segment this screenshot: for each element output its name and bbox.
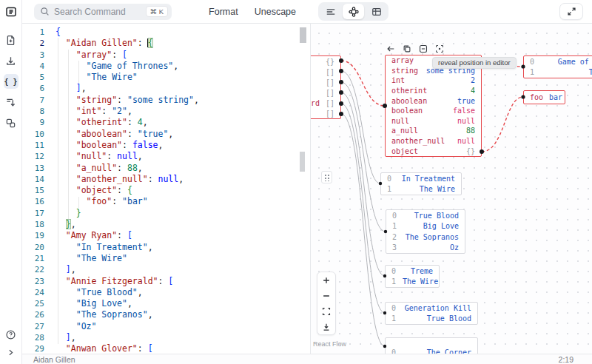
fit-view-icon[interactable] — [317, 303, 335, 319]
zoom-in-icon[interactable] — [317, 272, 335, 288]
zoom-controls — [317, 272, 336, 335]
editor-line[interactable]: 23 "Annie Fitzgerald": [ — [22, 276, 310, 287]
line-number: 5 — [22, 72, 44, 83]
drag-dots-icon — [324, 174, 329, 181]
line-number: 23 — [22, 276, 44, 287]
back-arrow-icon[interactable] — [386, 44, 396, 54]
node-row: 1The Wire — [386, 277, 439, 288]
graph-view-icon[interactable] — [343, 4, 364, 19]
node-row: booleanfalse — [386, 106, 481, 116]
editor-line[interactable]: 10 "aboolean": "true", — [22, 129, 310, 140]
code-editor[interactable]: 1{2 "Aidan Gillen": {3 "array": [4 "Game… — [22, 24, 311, 354]
line-number: 24 — [22, 287, 44, 298]
graph-node-alexander-skarsgard[interactable]: 0Generation Kill1True Blood — [385, 302, 478, 325]
unescape-button[interactable]: Unescape — [255, 7, 296, 17]
search-input[interactable]: Search Command ⌘ K — [34, 4, 172, 20]
expand-icon — [567, 7, 576, 16]
panel-resize-handle[interactable] — [321, 171, 332, 183]
editor-line[interactable]: 7 "string": "some string", — [22, 95, 310, 106]
editor-line[interactable]: 1{ — [22, 27, 310, 38]
editor-line[interactable]: 16 "foo": "bar" — [22, 196, 310, 207]
editor-scrollbar-thumb[interactable] — [300, 27, 306, 43]
app-logo-icon — [4, 4, 18, 19]
editor-line[interactable]: 21 "The Wire" — [22, 253, 310, 264]
react-flow-attribution[interactable]: React Flow — [313, 340, 346, 348]
collapse-node-icon[interactable] — [418, 44, 428, 54]
editor-line[interactable]: 2 "Aidan Gillen": { — [22, 38, 310, 49]
node-row: 1The Wire — [381, 184, 461, 195]
editor-line[interactable]: 3 "array": [ — [22, 50, 310, 61]
editor-line[interactable]: 28 ], — [22, 332, 310, 343]
line-number: 1 — [22, 27, 44, 38]
editor-line[interactable]: 9 "otherint": 4, — [22, 117, 310, 128]
graph-node-annie-fitzgerald[interactable]: 0True Blood1Big Love2The Sopranos3Oz — [386, 209, 465, 254]
collapse-sidebar-icon[interactable] — [4, 345, 18, 360]
line-number: 15 — [22, 185, 44, 196]
node-row: [] — [311, 108, 340, 118]
line-number: 2 — [22, 38, 44, 49]
editor-line[interactable]: 25 "Big Love", — [22, 298, 310, 309]
node-row: otherint4 — [386, 86, 481, 96]
node-row: [] — [311, 67, 340, 77]
json-braces-icon[interactable]: { } — [4, 74, 18, 89]
editor-line[interactable]: 26 "The Sopranos", — [22, 309, 310, 320]
graph-node-root[interactable]: {}[][][]rd[][] — [311, 55, 341, 119]
line-number: 27 — [22, 321, 44, 332]
graph-node-object[interactable]: foobar — [523, 90, 565, 104]
line-number: 14 — [22, 174, 44, 185]
editor-line[interactable]: 29 "Anwan Glover": [ — [22, 343, 310, 354]
fullscreen-button[interactable] — [559, 3, 583, 20]
editor-line[interactable]: 19 "Amy Ryan": [ — [22, 230, 310, 241]
tooltip: reveal position in editor — [432, 57, 517, 69]
focus-node-icon[interactable] — [434, 44, 445, 54]
top-toolbar: Search Command ⌘ K Format Unescape — [22, 0, 592, 24]
text-view-icon[interactable] — [320, 4, 341, 19]
editor-line[interactable]: 4 "Game of Thrones", — [22, 61, 310, 72]
sort-transform-icon[interactable] — [4, 95, 18, 109]
editor-line[interactable]: 14 "another_null": null, — [22, 174, 310, 185]
editor-line[interactable]: 22 ], — [22, 264, 310, 275]
line-number: 28 — [22, 332, 44, 343]
line-number: 20 — [22, 242, 44, 253]
editor-line[interactable]: 24 "True Blood", — [22, 287, 310, 298]
editor-line[interactable]: 17 } — [22, 208, 310, 219]
graph-node-anwan-glover[interactable]: 0Treme1The Wire — [385, 265, 440, 288]
table-view-icon[interactable] — [366, 4, 387, 19]
breadcrumb: Aidan Gillen — [33, 355, 75, 364]
line-number: 22 — [22, 264, 44, 275]
editor-line[interactable]: 18 }, — [22, 219, 310, 230]
graph-node-amy-ryan[interactable]: 0In Treatment1The Wire — [380, 172, 462, 195]
editor-lines: 1{2 "Aidan Gillen": {3 "array": [4 "Game… — [22, 24, 310, 354]
node-row: 0The Corner — [386, 338, 477, 354]
new-document-icon[interactable] — [4, 33, 18, 47]
copy-icon[interactable] — [402, 44, 412, 54]
editor-line[interactable]: 15 "object": { — [22, 185, 310, 196]
download-image-icon[interactable] — [317, 319, 335, 334]
node-row: 1True Blood — [386, 314, 477, 325]
graph-canvas[interactable]: {}[][][]rd[][] arraystringsome stringint… — [311, 24, 592, 354]
node-row: 3Oz — [386, 243, 465, 254]
line-number: 6 — [22, 83, 44, 94]
line-number: 3 — [22, 50, 44, 61]
editor-line[interactable]: 6 ], — [22, 83, 310, 94]
editor-line[interactable]: 12 "null": null, — [22, 151, 310, 162]
editor-line[interactable]: 20 "In Treatment", — [22, 242, 310, 253]
graph-node-array[interactable]: 0Game of Thrones1The Wire — [523, 55, 592, 78]
editor-line[interactable]: 5 "The Wire" — [22, 72, 310, 83]
duplicate-nodes-icon[interactable] — [4, 115, 18, 130]
editor-line[interactable]: 8 "int": "2", — [22, 106, 310, 117]
node-row: [] — [311, 77, 340, 87]
node-toolbar — [386, 44, 445, 54]
editor-line[interactable]: 13 "a_null": 88, — [22, 163, 310, 174]
zoom-out-icon[interactable] — [317, 288, 335, 303]
search-shortcut-badge: ⌘ K — [146, 6, 168, 17]
help-icon[interactable] — [4, 327, 18, 342]
graph-node-alice-farmer[interactable]: 0The Corner — [385, 337, 478, 354]
editor-line[interactable]: 27 "Oz" — [22, 321, 310, 332]
graph-node-aidan-gillen[interactable]: arraystringsome stringint2otherint4abool… — [385, 55, 482, 157]
node-row: 1Big Love — [386, 221, 465, 232]
editor-line[interactable]: 11 "boolean": false, — [22, 140, 310, 151]
format-button[interactable]: Format — [209, 7, 238, 17]
node-row: 0In Treatment — [381, 173, 461, 184]
download-icon[interactable] — [4, 53, 18, 68]
